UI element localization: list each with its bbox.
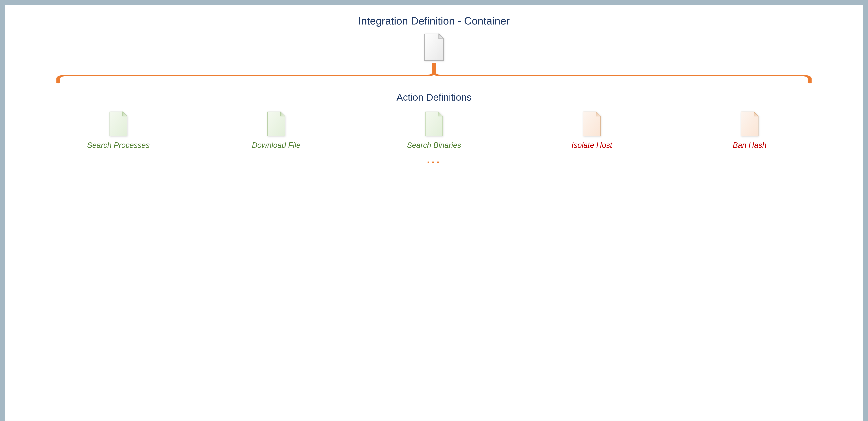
action-item-search-binaries: Search Binaries <box>357 111 511 150</box>
action-label: Isolate Host <box>571 141 612 150</box>
sub-title: Action Definitions <box>397 92 472 103</box>
file-icon-orange <box>582 111 602 137</box>
file-icon-gray <box>423 33 445 61</box>
file-icon-green <box>108 111 128 137</box>
action-item-ban-hash: Ban Hash <box>673 111 827 150</box>
action-label: Search Processes <box>87 141 150 150</box>
brace-connector <box>41 63 827 88</box>
action-label: Search Binaries <box>407 141 461 150</box>
main-title: Integration Definition - Container <box>358 15 510 27</box>
action-item-isolate-host: Isolate Host <box>515 111 669 150</box>
actions-row: Search Processes Download File <box>41 111 827 150</box>
file-icon-green <box>424 111 444 137</box>
diagram-container: Integration Definition - Container Actio… <box>4 4 864 421</box>
action-item-download-file: Download File <box>199 111 353 150</box>
file-icon-green <box>266 111 286 137</box>
ellipsis-icon: ... <box>427 153 441 166</box>
action-item-search-processes: Search Processes <box>41 111 195 150</box>
container-icon-wrapper <box>423 33 445 61</box>
action-label: Download File <box>252 141 301 150</box>
file-icon-orange <box>740 111 760 137</box>
action-label: Ban Hash <box>733 141 767 150</box>
